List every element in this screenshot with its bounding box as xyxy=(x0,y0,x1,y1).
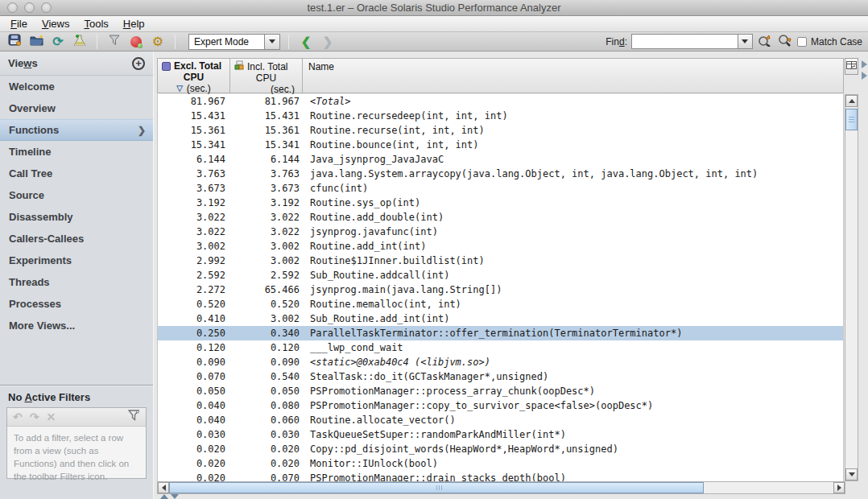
scroll-up-button[interactable] xyxy=(845,95,858,107)
add-view-button[interactable]: + xyxy=(132,57,145,70)
view-mode-select[interactable]: Expert Mode xyxy=(188,34,280,50)
sidebar-item[interactable]: Source ❯ xyxy=(0,184,153,206)
inclusive-cpu-cell: 3.002 xyxy=(225,255,300,266)
settings-button[interactable]: ⚙ xyxy=(149,34,167,50)
remove-filter-icon[interactable]: ✕ xyxy=(46,411,56,423)
exclusive-cpu-cell: 0.120 xyxy=(158,342,225,353)
table-row[interactable]: 0.090 0.090 <static>@0xab40c4 (<libjvm.s… xyxy=(158,355,843,369)
menu-item[interactable]: Help xyxy=(116,16,152,31)
table-row[interactable]: 3.022 3.022 jsynprog.javafunc(int) xyxy=(158,225,843,239)
exclusive-cpu-cell: 3.673 xyxy=(158,183,225,194)
sidebar-item[interactable]: Callers-Callees ❯ xyxy=(0,228,153,250)
sidebar-item[interactable]: Processes ❯ xyxy=(0,293,153,315)
back-button[interactable]: ❮ xyxy=(297,34,315,50)
horizontal-scroll-thumb[interactable] xyxy=(169,482,704,493)
find-previous-button[interactable] xyxy=(757,34,773,50)
table-row[interactable]: 3.673 3.673 cfunc(int) xyxy=(158,181,843,196)
undo-icon[interactable]: ↶ xyxy=(13,411,23,423)
horizontal-scrollbar[interactable] xyxy=(157,481,845,494)
collapse-right-icon[interactable] xyxy=(862,72,867,80)
table-row[interactable]: 3.192 3.192 Routine.sys_op(int) xyxy=(158,196,843,210)
scroll-down-button[interactable] xyxy=(845,468,858,480)
table-header: Excl. Total CPU ▽(sec.) Incl. Total CPU … xyxy=(157,58,844,93)
table-row[interactable]: 6.144 6.144 Java_jsynprog_JavaJavaC xyxy=(158,152,843,167)
filters-funnel-icon[interactable] xyxy=(127,410,140,424)
sidebar-item[interactable]: Call Tree ❯ xyxy=(0,163,153,184)
table-row[interactable]: 3.022 3.022 Routine.add_double(int) xyxy=(158,210,843,225)
find-dropdown-button[interactable] xyxy=(738,34,753,49)
table-row[interactable]: 2.272 65.466 jsynprog.main(java.lang.Str… xyxy=(158,282,843,297)
configure-button[interactable]: ⟳ xyxy=(49,34,67,50)
find-next-button[interactable] xyxy=(777,34,793,50)
collapse-right-icon[interactable] xyxy=(862,60,867,68)
redo-icon[interactable]: ↷ xyxy=(30,411,39,423)
sidebar-item[interactable]: Disassembly ❯ xyxy=(0,206,153,228)
triangle-down-icon xyxy=(849,472,855,476)
open-experiment-button[interactable] xyxy=(27,34,45,50)
table-row[interactable]: 0.020 0.020 Copy::pd_disjoint_words(Heap… xyxy=(158,442,843,456)
menu-item[interactable]: Tools xyxy=(76,16,115,31)
vertical-scroll-thumb[interactable] xyxy=(845,109,858,130)
minimize-button[interactable] xyxy=(24,2,35,13)
menu-item[interactable]: Views xyxy=(35,16,76,31)
table-row[interactable]: 15.341 15.341 Routine.bounce(int, int, i… xyxy=(158,138,843,152)
chevron-down-icon xyxy=(742,39,748,43)
table-row[interactable]: 3.002 3.002 Routine.add_int(int) xyxy=(158,239,843,254)
table-row[interactable]: 2.592 2.592 Sub_Routine.addcall(int) xyxy=(158,268,843,282)
match-case-checkbox[interactable] xyxy=(797,37,807,47)
table-row[interactable]: 0.040 0.060 Routine.allocate_vector() xyxy=(158,413,843,427)
filters-button[interactable] xyxy=(105,34,123,50)
sidebar-item[interactable]: Overview ❯ xyxy=(0,97,153,119)
table-row[interactable]: 0.040 0.080 PSPromotionManager::copy_to_… xyxy=(158,398,843,413)
scroll-left-button[interactable] xyxy=(158,482,169,493)
table-row[interactable]: 0.030 0.030 TaskQueueSetSuper::randomPar… xyxy=(158,427,843,442)
inclusive-cpu-cell: 3.763 xyxy=(225,168,300,179)
sidebar-item[interactable]: Threads ❯ xyxy=(0,271,153,293)
sidebar-item[interactable]: Timeline ❯ xyxy=(0,141,153,163)
scroll-right-button[interactable] xyxy=(833,482,845,493)
function-name-cell: <Total> xyxy=(300,96,351,107)
find-input[interactable] xyxy=(631,34,738,49)
exclusive-cpu-cell: 15.361 xyxy=(158,125,225,136)
table-row[interactable]: 0.250 0.340 ParallelTaskTerminator::offe… xyxy=(158,326,843,340)
table-row[interactable]: 0.050 0.050 PSPromotionManager::process_… xyxy=(158,384,843,398)
table-row[interactable]: 0.520 0.520 Routine.memalloc(int, int) xyxy=(158,297,843,311)
table-row[interactable]: 0.020 0.070 PSPromotionManager::drain_st… xyxy=(158,471,843,481)
new-experiment-button[interactable] xyxy=(71,34,89,50)
column-header-name[interactable]: Name xyxy=(303,59,843,93)
table-row[interactable]: 0.070 0.540 StealTask::do_it(GCTaskManag… xyxy=(158,369,843,384)
sidebar-item[interactable]: More Views... ❯ xyxy=(0,315,153,336)
column-header-inclusive-cpu[interactable]: Incl. Total CPU (sec.) xyxy=(230,59,303,93)
column-header-exclusive-cpu[interactable]: Excl. Total CPU ▽(sec.) xyxy=(158,59,230,93)
sidebar-item[interactable]: Welcome ❯ xyxy=(0,76,153,97)
profile-button[interactable] xyxy=(127,34,145,50)
sidebar-item[interactable]: Functions ❯ xyxy=(0,119,153,141)
forward-button[interactable]: ❯ xyxy=(319,34,337,50)
menu-item[interactable]: File xyxy=(3,16,35,31)
inclusive-cpu-cell: 6.144 xyxy=(225,154,300,165)
table-row[interactable]: 15.361 15.361 Routine.recurse(int, int, … xyxy=(158,123,843,138)
table-edit-icon xyxy=(846,60,857,74)
exclusive-cpu-cell: 0.520 xyxy=(158,299,225,310)
sidebar-item[interactable]: Experiments ❯ xyxy=(0,250,153,271)
table-row[interactable]: 3.763 3.763 java.lang.System.arraycopy(j… xyxy=(158,167,843,181)
inclusive-cpu-cell: 3.192 xyxy=(225,197,300,208)
table-row[interactable]: 0.120 0.120 ___lwp_cond_wait xyxy=(158,340,843,355)
vertical-scrollbar[interactable] xyxy=(845,94,858,481)
pane-splitter-control[interactable] xyxy=(160,494,179,499)
find-combo xyxy=(631,34,753,49)
table-row[interactable]: 81.967 81.967 <Total> xyxy=(158,94,843,109)
function-name-cell: TaskQueueSetSuper::randomParkAndMiller(i… xyxy=(300,429,566,440)
views-list: Welcome ❯ Overview ❯ Functions ❯ Timelin… xyxy=(0,76,153,336)
view-mode-dropdown-button[interactable] xyxy=(264,34,280,50)
table-row[interactable]: 0.410 3.002 Sub_Routine.add_int(int) xyxy=(158,311,843,326)
save-button[interactable] xyxy=(6,34,23,50)
exclusive-cpu-cell: 3.002 xyxy=(158,241,225,252)
customize-columns-button[interactable] xyxy=(845,58,858,75)
table-row[interactable]: 0.020 0.020 Monitor::IUnlock(bool) xyxy=(158,456,843,471)
zoom-button[interactable] xyxy=(41,2,52,13)
filters-panel: No Active Filters ↶ ↷ ✕ To add a filter,… xyxy=(0,385,153,499)
table-row[interactable]: 2.992 3.002 Routine$1JInner.buildlist(in… xyxy=(158,254,843,268)
close-button[interactable] xyxy=(7,2,18,13)
table-row[interactable]: 15.431 15.431 Routine.recursedeep(int, i… xyxy=(158,109,843,123)
